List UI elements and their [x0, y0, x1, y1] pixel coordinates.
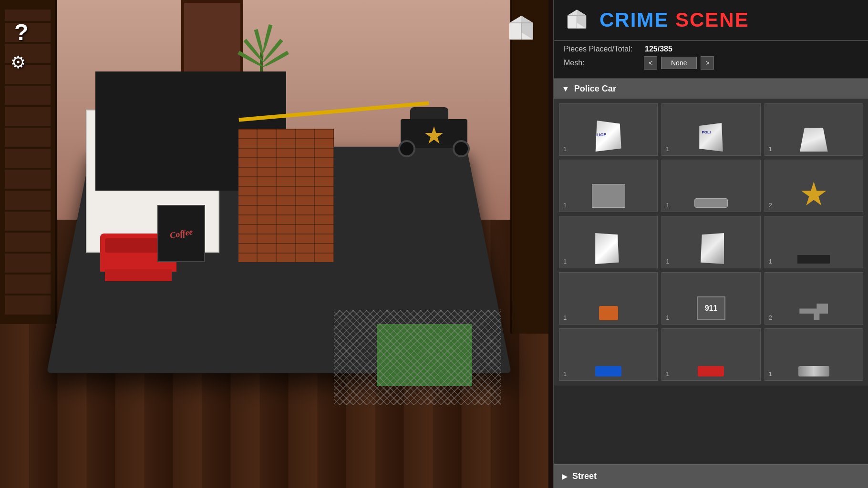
police-door-front-icon	[594, 121, 623, 152]
police-car-category-header[interactable]: ▼ Police Car	[554, 79, 868, 99]
help-button[interactable]: ?	[14, 19, 28, 45]
item-4-count: 1	[563, 202, 567, 209]
item-9-count: 1	[769, 258, 772, 265]
item-door-open-back[interactable]: CE ✦ 1	[661, 216, 760, 268]
item-badge-gold[interactable]: 2	[765, 160, 863, 212]
item-police-door-back[interactable]: POLI 1	[661, 103, 760, 156]
settings-button[interactable]: ⚙	[10, 52, 26, 72]
right-panel: CRIME SCENE Pieces Placed/Total: 125/385…	[553, 0, 868, 488]
title-box-icon	[564, 7, 590, 33]
scene-3d: Coffee	[48, 71, 501, 405]
axle-icon	[694, 198, 728, 208]
item-floor-panel[interactable]: 1	[559, 160, 658, 212]
mesh-row: Mesh: < None >	[564, 56, 858, 70]
item-3-count: 1	[769, 145, 772, 152]
item-silver-bar[interactable]: 1	[765, 328, 863, 381]
game-viewport: Coffee ? ⚙	[0, 0, 548, 488]
black-bar-icon	[797, 254, 830, 264]
item-2-count: 1	[666, 145, 669, 152]
item-black-bar[interactable]: 1	[765, 216, 863, 268]
brick-wall	[238, 129, 334, 262]
item-10-count: 1	[563, 314, 567, 321]
mesh-prev-button[interactable]: <	[644, 56, 657, 70]
street-expand-arrow: ▶	[562, 472, 568, 481]
item-7-count: 1	[563, 258, 567, 265]
bookshelf-right	[510, 0, 548, 334]
911-sign-icon: 911	[697, 296, 725, 320]
street-category-header[interactable]: ▶ Street	[554, 464, 868, 488]
item-6-count: 2	[769, 202, 772, 209]
item-15-count: 1	[769, 370, 772, 377]
item-gun-shape[interactable]: 2	[765, 272, 863, 325]
item-axle[interactable]: 1	[661, 160, 760, 212]
chain-link-fence	[334, 310, 501, 405]
coffee-sign-text: Coffee	[169, 226, 194, 240]
items-grid: 1 POLI 1 1 1 1 2	[554, 99, 868, 386]
police-car	[391, 100, 477, 157]
game-title: CRIME SCENE	[599, 9, 749, 31]
title-scene: SCENE	[675, 9, 749, 31]
street-category-label: Street	[572, 471, 597, 481]
category-title-label: Police Car	[574, 84, 616, 94]
item-blue-bar[interactable]: 1	[559, 328, 658, 381]
badge-gold-icon	[801, 182, 827, 208]
wheel-back	[398, 140, 415, 157]
door-open-front-icon: PO	[595, 233, 621, 264]
item-5-count: 1	[666, 202, 669, 209]
title-crime: CRIME	[599, 9, 669, 31]
category-collapse-arrow: ▼	[562, 85, 569, 93]
police-door-back-icon: POLI	[698, 123, 724, 152]
pieces-value: 125/385	[645, 45, 672, 53]
mesh-value: None	[661, 57, 697, 69]
car-badge	[424, 126, 444, 145]
item-windshield[interactable]: 1	[765, 103, 863, 156]
mesh-label: Mesh:	[564, 59, 640, 67]
item-11-count: 1	[666, 314, 669, 321]
item-orange-box[interactable]: 1	[559, 272, 658, 325]
door-open-back-icon: CE ✦	[698, 233, 724, 264]
mesh-next-button[interactable]: >	[701, 56, 714, 70]
stats-bar: Pieces Placed/Total: 125/385 Mesh: < Non…	[554, 41, 868, 79]
item-12-count: 2	[769, 314, 772, 321]
box-icon[interactable]	[505, 13, 538, 42]
gun-shape-icon	[799, 304, 828, 320]
box-icon-svg	[505, 13, 538, 42]
pieces-label: Pieces Placed/Total:	[564, 45, 640, 53]
floor-panel-icon	[592, 184, 625, 208]
item-red-bar[interactable]: 1	[661, 328, 760, 381]
item-8-count: 1	[666, 258, 669, 265]
item-14-count: 1	[666, 370, 669, 377]
silver-bar-icon	[798, 366, 829, 376]
item-911-sign[interactable]: 911 1	[661, 272, 760, 325]
red-bar-icon	[698, 366, 724, 376]
item-13-count: 1	[563, 370, 567, 377]
coffee-sign: Coffee	[157, 205, 205, 262]
title-bar: CRIME SCENE	[554, 0, 868, 41]
item-door-open-front[interactable]: PO 1	[559, 216, 658, 268]
pieces-row: Pieces Placed/Total: 125/385	[564, 45, 858, 53]
windshield-icon	[798, 128, 829, 152]
item-1-count: 1	[563, 145, 567, 152]
wheel-front	[453, 140, 470, 157]
item-police-door-front[interactable]: 1	[559, 103, 658, 156]
orange-box-icon	[599, 306, 618, 320]
blue-bar-icon	[595, 366, 621, 376]
